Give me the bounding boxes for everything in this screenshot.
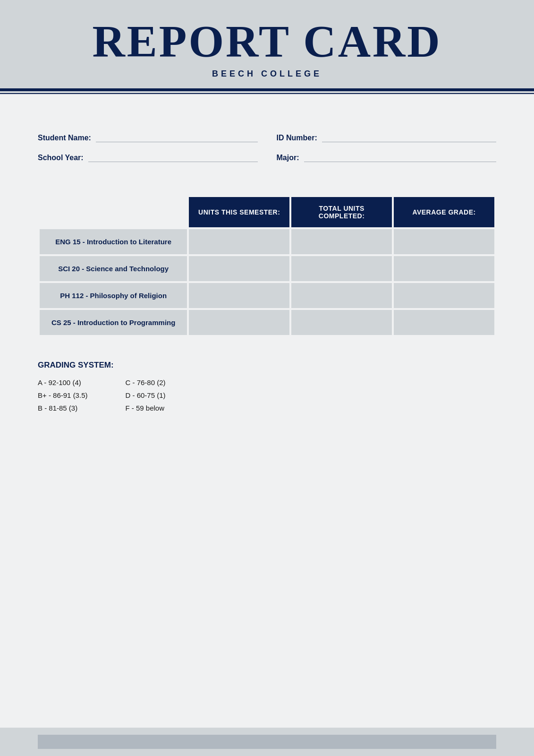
id-number-label: ID Number:	[277, 134, 317, 142]
total-units-cell-3[interactable]	[291, 310, 392, 335]
grading-right-column: C - 76-80 (2)D - 60-75 (1)F - 59 below	[125, 378, 165, 412]
grading-right-item-2: F - 59 below	[125, 404, 165, 412]
page: REPORT CARD BEECH COLLEGE Student Name: …	[0, 0, 534, 756]
divider-thick	[0, 88, 534, 91]
grading-system-section: GRADING SYSTEM: A - 92-100 (4)B+ - 86-91…	[38, 361, 496, 412]
student-info-section: Student Name: ID Number: School Year: Ma…	[38, 132, 496, 172]
school-year-field: School Year:	[38, 152, 258, 162]
units-cell-0[interactable]	[189, 229, 289, 254]
units-this-semester-header: UNITS THIS SEMESTER:	[189, 197, 289, 227]
student-name-line[interactable]	[96, 132, 258, 142]
header: REPORT CARD BEECH COLLEGE	[0, 0, 534, 79]
grade-table: UNITS THIS SEMESTER: TOTAL UNITS COMPLET…	[38, 195, 496, 337]
report-title: REPORT CARD	[38, 19, 496, 64]
info-row-2: School Year: Major:	[38, 152, 496, 162]
course-name-2: PH 112 - Philosophy of Religion	[40, 283, 187, 308]
course-name-0: ENG 15 - Introduction to Literature	[40, 229, 187, 254]
avg-grade-cell-0[interactable]	[394, 229, 494, 254]
major-line[interactable]	[304, 152, 497, 162]
average-grade-header: AVERAGE GRADE:	[394, 197, 494, 227]
id-number-field: ID Number:	[277, 132, 497, 142]
grading-left-item-1: B+ - 86-91 (3.5)	[38, 391, 87, 399]
grading-right-item-0: C - 76-80 (2)	[125, 378, 165, 387]
info-row-1: Student Name: ID Number:	[38, 132, 496, 142]
grading-left-item-2: B - 81-85 (3)	[38, 404, 87, 412]
grading-grid: A - 92-100 (4)B+ - 86-91 (3.5)B - 81-85 …	[38, 378, 496, 412]
major-field: Major:	[277, 152, 497, 162]
total-units-cell-2[interactable]	[291, 283, 392, 308]
main-content: Student Name: ID Number: School Year: Ma…	[0, 94, 534, 728]
total-units-header: TOTAL UNITS COMPLETED:	[291, 197, 392, 227]
table-row: PH 112 - Philosophy of Religion	[40, 283, 494, 308]
course-name-1: SCI 20 - Science and Technology	[40, 256, 187, 281]
major-label: Major:	[277, 154, 299, 162]
avg-grade-cell-2[interactable]	[394, 283, 494, 308]
avg-grade-cell-3[interactable]	[394, 310, 494, 335]
id-number-line[interactable]	[322, 132, 496, 142]
student-name-label: Student Name:	[38, 134, 91, 142]
course-name-3: CS 25 - Introduction to Programming	[40, 310, 187, 335]
course-column-header	[40, 197, 187, 227]
table-row: ENG 15 - Introduction to Literature	[40, 229, 494, 254]
footer	[0, 728, 534, 756]
divider	[0, 88, 534, 94]
table-row: SCI 20 - Science and Technology	[40, 256, 494, 281]
grading-left-item-0: A - 92-100 (4)	[38, 378, 87, 387]
school-year-line[interactable]	[88, 152, 258, 162]
college-name: BEECH COLLEGE	[38, 69, 496, 79]
table-header-row: UNITS THIS SEMESTER: TOTAL UNITS COMPLET…	[40, 197, 494, 227]
grading-right-item-1: D - 60-75 (1)	[125, 391, 165, 399]
total-units-cell-0[interactable]	[291, 229, 392, 254]
student-name-field: Student Name:	[38, 132, 258, 142]
school-year-label: School Year:	[38, 154, 84, 162]
footer-bar	[38, 735, 496, 749]
units-cell-3[interactable]	[189, 310, 289, 335]
grading-left-column: A - 92-100 (4)B+ - 86-91 (3.5)B - 81-85 …	[38, 378, 87, 412]
grading-system-title: GRADING SYSTEM:	[38, 361, 496, 370]
units-cell-2[interactable]	[189, 283, 289, 308]
units-cell-1[interactable]	[189, 256, 289, 281]
table-row: CS 25 - Introduction to Programming	[40, 310, 494, 335]
total-units-cell-1[interactable]	[291, 256, 392, 281]
avg-grade-cell-1[interactable]	[394, 256, 494, 281]
